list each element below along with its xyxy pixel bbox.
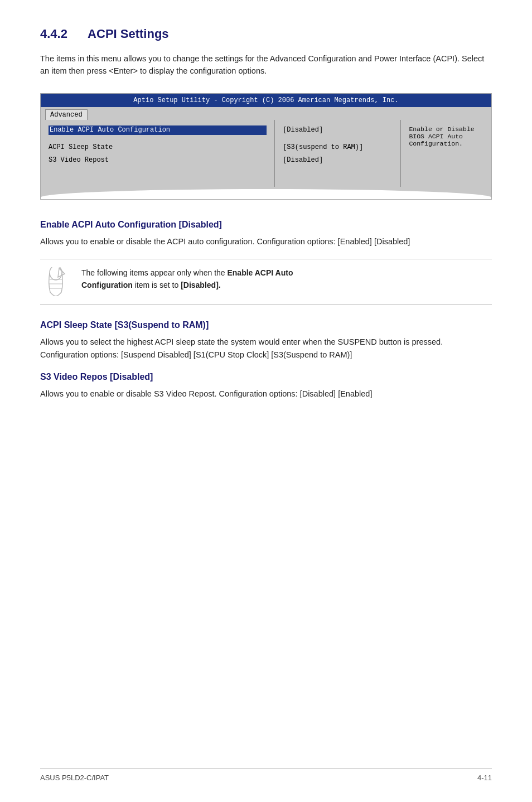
section-title: ACPI Settings: [88, 27, 168, 41]
subsection-s3-video: S3 Video Repos [Disabled] Allows you to …: [40, 372, 492, 400]
subsection-desc-3: Allows you to enable or disable S3 Video…: [40, 388, 492, 400]
subsection-title-1: Enable ACPI Auto Configuration [Disabled…: [40, 220, 492, 230]
bios-values: [Disabled] [S3(suspend to RAM)] [Disable…: [275, 120, 401, 187]
footer-right: 4-11: [477, 774, 492, 782]
bios-item-s3-video: S3 Video Repost: [49, 156, 267, 165]
note-bold-1: Enable ACPI Auto: [227, 268, 293, 277]
note-icon-area: [40, 267, 71, 296]
bios-value-s3-video: [Disabled]: [283, 156, 393, 165]
footer-left: ASUS P5LD2-C/IPAT: [40, 774, 109, 782]
subsection-desc-1: Allows you to enable or disable the ACPI…: [40, 235, 492, 248]
note-bold-3: [Disabled].: [181, 281, 221, 289]
note-content: The following items appear only when the…: [81, 267, 293, 291]
pencil-icon: [42, 267, 69, 296]
bios-bottom-decoration: [41, 187, 491, 199]
subsection-desc-2: Allows you to select the highest ACPI sl…: [40, 336, 492, 361]
note-text-middle: item is set to: [133, 281, 181, 289]
bios-item-acpi-sleep: ACPI Sleep State: [49, 143, 267, 152]
bios-screenshot: Aptio Setup Utility - Copyright (C) 2006…: [40, 93, 492, 200]
bios-value-enable-acpi: [Disabled]: [283, 125, 393, 135]
subsection-title-3: S3 Video Repos [Disabled]: [40, 372, 492, 382]
bios-content-area: Enable ACPI Auto Configuration ACPI Slee…: [41, 120, 491, 187]
bios-value-acpi-sleep: [S3(suspend to RAM)]: [283, 143, 393, 152]
bios-tab-advanced: Advanced: [45, 109, 88, 120]
bios-menu-items: Enable ACPI Auto Configuration ACPI Slee…: [41, 120, 275, 187]
subsection-enable-acpi: Enable ACPI Auto Configuration [Disabled…: [40, 220, 492, 248]
subsection-acpi-sleep: ACPI Sleep State [S3(Suspend to RAM)] Al…: [40, 320, 492, 361]
note-bold-2: Configuration: [81, 281, 133, 289]
section-number: 4.4.2: [40, 27, 67, 41]
note-box: The following items appear only when the…: [40, 259, 492, 305]
bios-tab-row: Advanced: [41, 107, 491, 120]
bios-item-enable-acpi: Enable ACPI Auto Configuration: [49, 125, 267, 135]
bios-help-text: Enable or Disable BIOS ACPI Auto Configu…: [401, 120, 491, 187]
page-footer: ASUS P5LD2-C/IPAT 4-11: [40, 769, 492, 782]
bios-titlebar: Aptio Setup Utility - Copyright (C) 2006…: [41, 94, 491, 107]
note-text-before: The following items appear only when the: [81, 268, 227, 277]
subsection-title-2: ACPI Sleep State [S3(Suspend to RAM)]: [40, 320, 492, 330]
intro-text: The items in this menu allows you to cha…: [40, 52, 492, 78]
